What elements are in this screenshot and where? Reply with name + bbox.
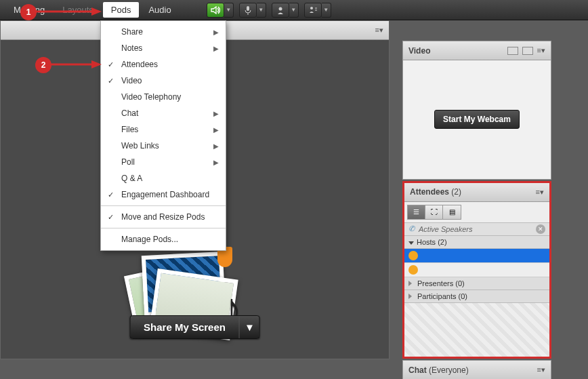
menu-separator <box>101 205 226 206</box>
svg-point-2 <box>310 7 313 9</box>
submenu-arrow-icon: ▶ <box>213 159 219 166</box>
attendees-pod: Attendees (2) ≡▾ ☰ ⛶ ▤ ✆ Active Speakers… <box>402 181 551 359</box>
submenu-arrow-icon: ▶ <box>213 110 219 117</box>
attendees-empty-area <box>404 303 549 357</box>
group-participants[interactable]: Participants (0) <box>404 290 549 303</box>
status-dropdown[interactable]: ▼ <box>322 3 331 18</box>
status-view-icon[interactable]: ▤ <box>443 205 461 219</box>
pod-options-icon[interactable]: ≡▾ <box>375 26 383 35</box>
menu-item-video[interactable]: ✓Video <box>101 73 226 89</box>
submenu-arrow-icon: ▶ <box>213 45 219 52</box>
share-screen-dropdown[interactable]: ▼ <box>239 316 259 338</box>
phone-icon: ✆ <box>408 224 415 233</box>
speaker-icon[interactable] <box>207 3 224 18</box>
mic-dropdown[interactable]: ▼ <box>257 3 266 18</box>
submenu-arrow-icon: ▶ <box>213 28 219 36</box>
group-hosts[interactable]: Hosts (2) <box>404 236 549 249</box>
speaker-dropdown[interactable]: ▼ <box>224 3 234 18</box>
svg-marker-4 <box>91 7 102 16</box>
menu-item-attendees[interactable]: ✓Attendees <box>101 56 226 73</box>
menu-item-video-telephony[interactable]: Video Telephony <box>101 89 226 105</box>
annotation-arrow-1 <box>34 5 102 18</box>
pod-options-icon[interactable]: ≡▾ <box>537 365 545 374</box>
attendees-pod-title: Attendees (2) <box>410 187 461 197</box>
check-icon: ✓ <box>108 77 114 85</box>
submenu-arrow-icon: ▶ <box>213 142 219 150</box>
menu-item-move-and-resize-pods[interactable]: ✓Move and Resize Pods <box>101 209 226 225</box>
menu-separator <box>101 228 226 228</box>
start-webcam-button[interactable]: Start My Webcam <box>434 110 520 129</box>
status-icon[interactable] <box>304 3 322 18</box>
submenu-arrow-icon: ▶ <box>213 126 219 134</box>
menu-item-manage-pods[interactable]: Manage Pods... <box>101 231 226 247</box>
annotation-badge-2: 2 <box>35 57 51 73</box>
pod-options-icon[interactable]: ≡▾ <box>536 188 544 197</box>
svg-rect-0 <box>247 6 249 11</box>
annotation-arrow-2 <box>49 58 102 71</box>
menu-item-q-a[interactable]: Q & A <box>101 170 226 186</box>
menu-item-web-links[interactable]: Web Links▶ <box>101 138 226 154</box>
right-column: Video ≡▾ Start My Webcam Attendees (2) ≡… <box>402 41 551 379</box>
check-icon: ✓ <box>108 191 114 199</box>
menu-item-notes[interactable]: Notes▶ <box>101 40 226 56</box>
pods-dropdown: Share▶Notes▶✓Attendees✓VideoVideo Teleph… <box>100 20 226 251</box>
menu-item-share[interactable]: Share▶ <box>101 24 226 40</box>
attendee-view-switch[interactable]: ☰ ⛶ ▤ <box>407 205 461 220</box>
active-speakers-row: ✆ Active Speakers ✕ <box>404 222 549 236</box>
webcam-dropdown[interactable]: ▼ <box>289 3 299 18</box>
list-view-icon[interactable]: ☰ <box>408 205 425 219</box>
video-pod-title: Video <box>408 46 430 56</box>
menu-item-poll[interactable]: Poll▶ <box>101 154 226 170</box>
chat-pod: Chat (Everyone) ≡▾ <box>402 360 551 379</box>
host-icon <box>408 265 418 275</box>
chat-pod-title: Chat (Everyone) <box>408 365 469 375</box>
menu-pods[interactable]: Pods <box>103 2 140 18</box>
share-screen-button[interactable]: Share My Screen ▼ <box>129 315 260 339</box>
attendee-row[interactable] <box>404 249 549 263</box>
host-icon <box>408 251 418 260</box>
pod-options-icon[interactable]: ≡▾ <box>537 46 545 55</box>
menu-item-chat[interactable]: Chat▶ <box>101 105 226 121</box>
svg-point-1 <box>278 7 282 10</box>
attendee-row[interactable] <box>404 263 549 277</box>
workspace: ≡▾ ♪ Share My Screen ▼ Video ≡▾ <box>0 20 588 379</box>
fullscreen-icon[interactable] <box>522 47 533 55</box>
menu-item-engagement-dashboard[interactable]: ✓Engagement Dashboard <box>101 186 226 203</box>
menu-audio[interactable]: Audio <box>140 2 179 18</box>
mic-icon[interactable] <box>239 3 257 18</box>
grid-view-icon[interactable] <box>507 47 518 55</box>
video-pod: Video ≡▾ Start My Webcam <box>402 41 551 180</box>
annotation-badge-1: 1 <box>20 4 37 20</box>
svg-marker-6 <box>91 60 102 68</box>
group-presenters[interactable]: Presenters (0) <box>404 277 549 290</box>
check-icon: ✓ <box>108 213 114 222</box>
webcam-icon[interactable] <box>272 3 289 18</box>
check-icon: ✓ <box>108 60 114 69</box>
breakout-view-icon[interactable]: ⛶ <box>425 205 443 219</box>
close-icon[interactable]: ✕ <box>536 224 545 234</box>
menu-item-files[interactable]: Files▶ <box>101 121 226 138</box>
